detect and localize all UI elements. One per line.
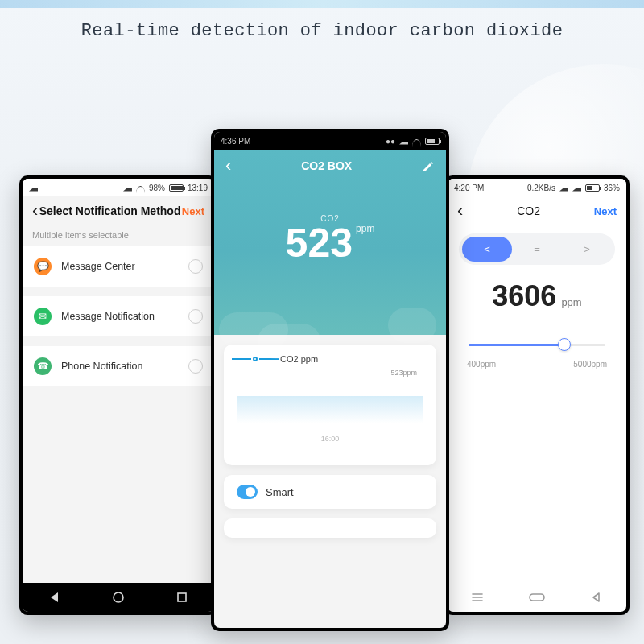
nav-menu-button[interactable]	[466, 590, 489, 605]
chart-card: CO2 ppm 523ppm 16:00	[224, 345, 436, 465]
android-nav-bar	[23, 583, 214, 612]
pill-home-icon	[528, 592, 546, 603]
title-bar: ‹ Select Notification Method Next	[23, 196, 214, 225]
option-label: Phone Notification	[61, 361, 179, 372]
operator-greater-than[interactable]: >	[562, 237, 612, 262]
next-card-peek	[224, 518, 436, 538]
helper-text: Multiple items selectable	[23, 225, 214, 246]
next-button[interactable]: Next	[594, 205, 617, 217]
status-bar: 4:20 PM 0.2KB/s 36%	[448, 179, 626, 196]
slider-thumb[interactable]	[558, 338, 571, 351]
chart-x-label: 16:00	[237, 435, 423, 443]
menu-icon	[471, 592, 484, 603]
slider-track	[469, 344, 605, 346]
triangle-back-icon	[48, 591, 61, 604]
svg-marker-4	[593, 593, 599, 601]
notif-option-phone-notification[interactable]: ☎ Phone Notification	[23, 346, 214, 386]
svg-rect-3	[530, 594, 544, 601]
operator-equals[interactable]: =	[512, 237, 562, 262]
battery-icon	[585, 184, 600, 192]
alarm-icon	[29, 184, 38, 192]
cloud-decor	[258, 324, 320, 359]
back-icon[interactable]: ‹	[457, 202, 463, 220]
operator-less-than[interactable]: <	[462, 237, 512, 262]
toggle-icon[interactable]	[237, 485, 258, 499]
signal-icon	[559, 184, 568, 192]
threshold-display: 3606ppm	[448, 279, 626, 313]
page-title: Real-time detection of indoor carbon dio…	[0, 21, 644, 41]
radio-icon[interactable]	[188, 259, 203, 274]
decorative-top-bar	[0, 0, 644, 8]
triangle-back-icon	[591, 592, 602, 603]
cloud-decor	[388, 308, 436, 343]
phone-right: 4:20 PM 0.2KB/s 36% ‹ CO2 Next < = > 360…	[444, 175, 630, 615]
chart-point-label: 523ppm	[390, 369, 417, 377]
battery-icon	[425, 138, 440, 145]
notif-option-message-notification[interactable]: ✉ Message Notification	[23, 296, 214, 336]
next-button[interactable]: Next	[182, 205, 204, 217]
threshold-slider[interactable]	[469, 336, 605, 357]
radio-icon[interactable]	[188, 309, 203, 324]
svg-rect-2	[178, 593, 186, 601]
rate-text: 0.2KB/s	[527, 184, 555, 192]
legend-dot-icon	[253, 357, 258, 361]
option-label: Message Center	[61, 261, 179, 272]
slider-fill	[469, 344, 564, 346]
phone-icon: ☎	[34, 357, 52, 375]
screen-title: Select Notification Method	[39, 204, 181, 217]
status-bar: 4:36 PM ●●	[214, 132, 446, 150]
slider-max-label: 5000ppm	[573, 360, 607, 369]
radio-icon[interactable]	[188, 359, 203, 374]
threshold-value: 3606	[492, 279, 556, 312]
threshold-unit: ppm	[561, 296, 581, 308]
square-recent-icon	[175, 591, 188, 604]
co2-chart[interactable]: 523ppm 16:00	[237, 369, 423, 443]
reading-unit: ppm	[356, 223, 374, 234]
title-bar: ‹ CO2 Next	[448, 196, 626, 225]
smart-label: Smart	[266, 486, 294, 498]
screen-title: CO2	[517, 204, 540, 217]
wifi-icon	[412, 139, 421, 147]
nav-home-button[interactable]	[112, 591, 125, 604]
wifi-icon	[136, 186, 145, 193]
back-icon[interactable]: ‹	[32, 202, 38, 220]
envelope-icon: ✉	[34, 308, 52, 325]
notif-option-message-center[interactable]: 💬 Message Center	[23, 246, 214, 287]
svg-marker-0	[51, 592, 58, 602]
circle-home-icon	[112, 591, 125, 604]
status-icons-cluster: ●●	[386, 137, 395, 146]
edit-icon[interactable]	[422, 159, 435, 172]
chat-icon: 💬	[34, 258, 52, 275]
reading-label: CO2	[214, 214, 446, 223]
co2-hero-panel: ‹ CO2 BOX CO2 523ppm	[214, 150, 446, 335]
svg-point-1	[114, 592, 123, 602]
phone-left: 98% 13:19 ‹ Select Notification Method N…	[19, 175, 217, 615]
battery-text: 98%	[149, 184, 165, 192]
signal-icon	[399, 138, 408, 145]
status-time: 4:36 PM	[221, 137, 250, 146]
nav-home-button[interactable]	[526, 590, 548, 605]
android-nav-bar	[448, 583, 626, 612]
slider-min-label: 400ppm	[467, 360, 496, 369]
phone-center: 4:36 PM ●● ‹ CO2 BOX CO2 523ppm CO2 pp	[211, 129, 449, 631]
status-time: 13:19	[188, 184, 208, 192]
smart-card[interactable]: Smart	[224, 475, 436, 509]
operator-segmented-control[interactable]: < = >	[459, 233, 615, 265]
nav-back-button[interactable]	[48, 591, 61, 604]
nav-recent-button[interactable]	[175, 591, 188, 604]
option-label: Message Notification	[61, 311, 179, 322]
battery-text: 36%	[604, 184, 620, 192]
status-bar: 98% 13:19	[23, 179, 214, 196]
nav-back-button[interactable]	[585, 590, 608, 605]
signal-icon	[123, 184, 132, 192]
signal-icon	[572, 184, 581, 192]
status-time: 4:20 PM	[454, 184, 484, 192]
back-icon[interactable]: ‹	[225, 157, 231, 175]
device-title: CO2 BOX	[301, 159, 352, 172]
battery-icon	[169, 184, 184, 192]
reading-value: 523	[286, 223, 353, 263]
